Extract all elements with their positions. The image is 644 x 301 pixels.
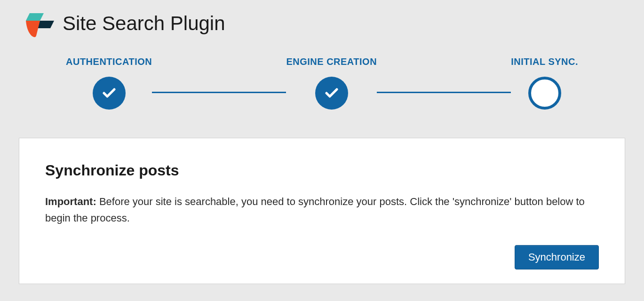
setup-progress: AUTHENTICATION ENGINE CREATION INITIAL S… xyxy=(19,56,625,110)
important-label: Important: xyxy=(45,196,96,207)
progress-connector xyxy=(377,92,511,93)
card-body-text: Before your site is searchable, you need… xyxy=(45,196,585,224)
progress-connector xyxy=(152,92,286,93)
step-label: AUTHENTICATION xyxy=(66,56,152,67)
card-actions: Synchronize xyxy=(45,245,599,269)
step-circle-completed xyxy=(315,77,348,110)
card-title: Synchronize posts xyxy=(45,162,599,179)
step-authentication: AUTHENTICATION xyxy=(66,56,152,110)
check-icon xyxy=(325,88,338,98)
sync-card: Synchronize posts Important: Before your… xyxy=(19,138,625,284)
step-initial-sync: INITIAL SYNC. xyxy=(511,56,578,110)
check-icon xyxy=(103,88,116,98)
plugin-logo-icon xyxy=(26,9,54,38)
page-header: Site Search Plugin xyxy=(19,9,625,38)
step-label: ENGINE CREATION xyxy=(286,56,377,67)
step-circle-completed xyxy=(93,77,126,110)
step-label: INITIAL SYNC. xyxy=(511,56,578,67)
step-circle-current xyxy=(528,77,561,110)
card-body: Important: Before your site is searchabl… xyxy=(45,193,599,226)
step-engine-creation: ENGINE CREATION xyxy=(286,56,377,110)
page-title: Site Search Plugin xyxy=(63,12,225,35)
synchronize-button[interactable]: Synchronize xyxy=(515,245,599,269)
